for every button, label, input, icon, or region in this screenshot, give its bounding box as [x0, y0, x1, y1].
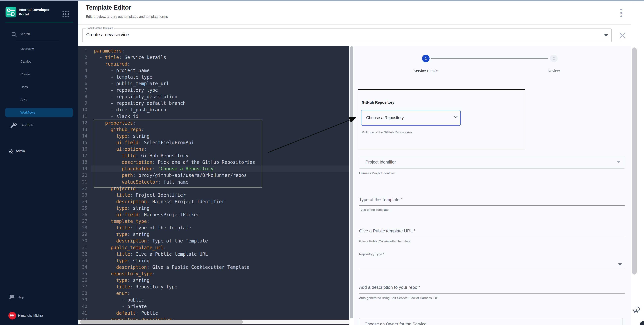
project-identifier-select[interactable] [359, 156, 625, 169]
sidebar-item-create[interactable]: Create [5, 70, 73, 79]
code-text: type: string [94, 205, 150, 212]
sidebar-item-admin[interactable] [5, 147, 73, 156]
owner-select-label: Choose an Owner for the Service [364, 322, 426, 325]
sidebar-item-label: DevTools [20, 123, 34, 127]
code-text: ui:options: [94, 146, 147, 152]
user-avatar[interactable]: HM [8, 312, 16, 320]
editor-hscroll-thumb[interactable] [80, 320, 243, 324]
code-line[interactable]: 13 github_repo: [78, 126, 349, 133]
code-line[interactable]: 11 - slack_id [78, 113, 349, 120]
code-line[interactable]: 41 default: Public [78, 310, 349, 317]
code-line[interactable]: 5 - template_type [78, 74, 349, 80]
code-line[interactable]: 32 title: Give a Public template URL [78, 251, 349, 258]
line-number: 12 [78, 120, 87, 126]
code-line[interactable]: 10 - direct_push_branch [78, 106, 349, 113]
code-line[interactable]: 37 title: Repository Type [78, 284, 349, 290]
sidebar-item-workflows[interactable]: Workflows [5, 108, 73, 117]
code-line[interactable]: 39 - public [78, 297, 349, 303]
user-name[interactable]: Himanshu Mishra [18, 314, 43, 318]
code-line[interactable]: 20 path: proxy/github-api/users/OrkoHunt… [78, 172, 349, 179]
code-line[interactable]: 12 properties: [78, 120, 349, 126]
code-line[interactable]: 25 type: string [78, 205, 349, 212]
code-line[interactable]: 29 type: string [78, 231, 349, 238]
sidebar-item-label: Overview [20, 47, 34, 51]
chat-bubbles-icon[interactable] [633, 305, 642, 315]
stepper-connector [431, 58, 548, 59]
code-line[interactable]: 8 - repositoty_description [78, 93, 349, 100]
line-number: 31 [78, 244, 87, 251]
sidebar-item-catalog[interactable]: Catalog [5, 57, 73, 66]
code-line[interactable]: 30 description: Type of the Template [78, 238, 349, 244]
code-line[interactable]: 33 type: string [78, 257, 349, 264]
code-line[interactable]: 24 description: Harness Project Identifi… [78, 198, 349, 205]
dropdown-arrow-icon[interactable] [604, 34, 608, 36]
github-repository-label: GitHub Repository [362, 100, 394, 105]
template-type-field[interactable]: Type of the Template * [359, 197, 402, 202]
code-text: properties: [94, 120, 136, 126]
sidebar-item-help[interactable]: ? [5, 294, 73, 302]
form-preview-panel [354, 46, 631, 325]
code-line[interactable]: 15 ui:field: SelectFieldFromApi [78, 139, 349, 146]
code-line[interactable]: 40 - private [78, 303, 349, 310]
top-strip [0, 0, 644, 1]
line-number: 33 [78, 257, 87, 264]
template-type-helper: Type of the Template [359, 208, 388, 212]
sidebar-item-docs[interactable]: Docs [5, 82, 73, 92]
code-line[interactable]: 26 ui:field: HarnessProjectPicker [78, 212, 349, 218]
load-template-value: Create a new service [86, 32, 129, 37]
code-line[interactable]: 22 projectId: [78, 185, 349, 192]
code-line[interactable]: 3 required: [78, 61, 349, 67]
gear-icon [8, 149, 14, 155]
code-line[interactable]: 4 - project_name [78, 67, 349, 74]
code-line[interactable]: 23 title: Project Identifier [78, 192, 349, 199]
code-line[interactable]: 14 type: string [78, 133, 349, 140]
yaml-code-editor[interactable]: 1parameters:2 - title: Service Details3 … [78, 46, 349, 325]
code-text: public_template_url: [94, 244, 166, 251]
repo-description-field[interactable]: Add a description to your repo * [359, 285, 420, 290]
line-number: 29 [78, 231, 87, 238]
brand-title: Internal Developer Portal [19, 7, 59, 16]
code-line[interactable]: 1parameters: [78, 48, 349, 54]
app-grid-icon[interactable] [62, 10, 70, 19]
code-text: ui:field: HarnessProjectPicker [94, 212, 200, 218]
code-line[interactable]: 19 placeholder: 'Choose a Repository' [78, 166, 349, 172]
code-text: template_type: [94, 218, 150, 225]
code-line[interactable]: 21 valueSelector: full_name [78, 179, 349, 185]
sidebar-search[interactable] [10, 31, 70, 38]
code-line[interactable]: 2 - title: Service Details [78, 54, 349, 61]
code-line[interactable]: 34 description: Give a Public Cookiecutt… [78, 264, 349, 271]
repository-type-arrow-icon[interactable] [618, 263, 622, 266]
code-text: enum: [94, 290, 130, 297]
code-line[interactable]: 9 - repository_default_branch [78, 100, 349, 107]
sidebar-item-devtools[interactable]: DevTools [5, 121, 73, 130]
template-type-underline [359, 205, 625, 206]
wrench-icon [10, 123, 17, 128]
code-line[interactable]: 6 - public_template_url [78, 80, 349, 87]
close-icon[interactable] [619, 32, 626, 39]
public-template-url-field[interactable]: Give a Public template URL * [359, 228, 416, 234]
code-line[interactable]: 36 type: string [78, 277, 349, 284]
load-existing-template-select[interactable] [82, 28, 612, 42]
public-template-url-underline [359, 237, 625, 237]
code-line[interactable]: 28 title: Type of the Template [78, 225, 349, 231]
code-line[interactable]: 35 repository_type: [78, 271, 349, 277]
sidebar-item-label: Catalog [20, 60, 32, 63]
stepper-step-1[interactable]: 1 [422, 55, 430, 62]
code-line[interactable]: 7 - repository_type [78, 87, 349, 94]
sidebar-item-apis[interactable]: APIs [5, 95, 73, 104]
code-line[interactable]: 17 title: GitHub Repository [78, 152, 349, 159]
page-scrollbar-thumb[interactable] [632, 47, 636, 275]
code-line[interactable]: 38 enum: [78, 290, 349, 297]
stepper-step-2[interactable]: 2 [550, 55, 558, 62]
code-line[interactable]: 18 description: Pick one of the GitHub R… [78, 159, 349, 166]
code-line[interactable]: 16 ui:options: [78, 146, 349, 153]
code-line[interactable]: 27 template_type: [78, 218, 349, 225]
sidebar-item-overview[interactable]: Overview [5, 44, 73, 53]
line-number: 38 [78, 290, 87, 297]
code-line[interactable]: 31 public_template_url: [78, 244, 349, 251]
kebab-menu-icon[interactable] [619, 8, 623, 18]
editor-vscroll-thumb[interactable] [350, 46, 354, 318]
code-text: title: Project Identifier [94, 192, 186, 198]
code-text: placeholder: 'Choose a Repository' [94, 166, 216, 172]
code-text: - direct_push_branch [94, 106, 166, 113]
